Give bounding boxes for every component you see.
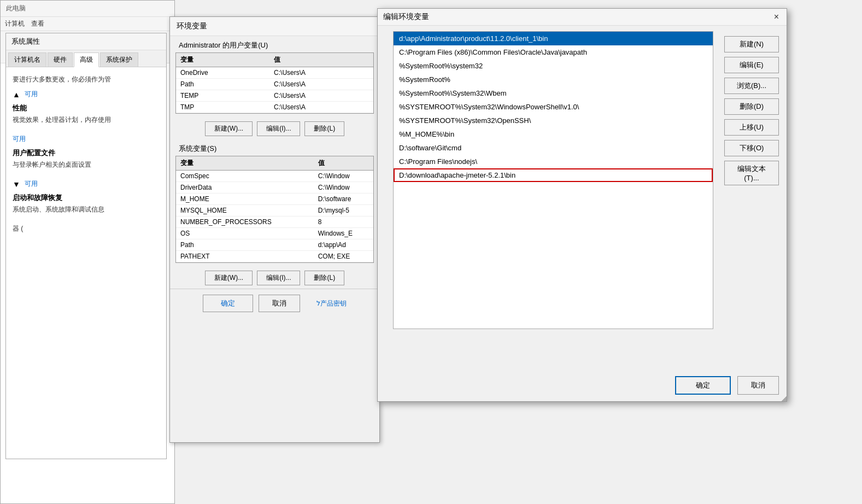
sys-vars-buttons: 新建(W)... 编辑(I)... 删除(L) (170, 267, 379, 289)
edit-env-dialog: 编辑环境变量 × d:\app\Administrator\product\11… (377, 8, 787, 402)
view-menu[interactable]: 查看 (31, 19, 44, 28)
edit-env-list[interactable]: d:\app\Administrator\product\11.2.0\clie… (393, 31, 713, 329)
sys-var-val: C:\Window (314, 182, 373, 194)
edit-env-bottom-buttons: 确定 取消 (378, 370, 787, 401)
move-down-btn[interactable]: 下移(O) (724, 140, 779, 156)
sys-var-val: D:\mysql-5 (314, 205, 373, 216)
sys-vars-table-container: 变量 值 ComSpecC:\WindowDriverDataC:\Window… (175, 156, 374, 263)
sys-delete-btn[interactable]: 删除(L) (304, 271, 344, 285)
path-entry[interactable]: C:\Program Files\nodejs\ (394, 155, 713, 168)
perf-section: 性能 视觉效果，处理器计划，内存使用 (13, 103, 160, 125)
user-delete-btn[interactable]: 删除(L) (304, 121, 344, 136)
user-var-name: TMP (176, 102, 269, 113)
env-ok-btn[interactable]: 确定 (203, 295, 253, 312)
user-vars-table: 变量 值 OneDriveC:\Users\APathC:\Users\ATEM… (176, 53, 373, 113)
sys-var-row[interactable]: Pathd:\app\Ad (176, 239, 373, 251)
path-entry[interactable]: %SYSTEMROOT%\System32\WindowsPowerShell\… (394, 100, 713, 114)
user-var-row[interactable]: PathC:\Users\A (176, 79, 373, 90)
sys-var-row[interactable]: ComSpecC:\Window (176, 171, 373, 182)
path-entry[interactable]: %SystemRoot%\System32\Wbem (394, 86, 713, 100)
env-cancel-btn[interactable]: 取消 (259, 295, 300, 312)
edit-env-titlebar: 编辑环境变量 × (378, 9, 787, 26)
sys-vars-col-val: 值 (314, 156, 373, 171)
path-entry[interactable]: %SystemRoot%\system32 (394, 59, 713, 73)
move-up-btn[interactable]: 上移(U) (724, 119, 779, 136)
user-vars-table-container: 变量 值 OneDriveC:\Users\APathC:\Users\ATEM… (175, 52, 374, 114)
sys-var-row[interactable]: DriverDataC:\Window (176, 182, 373, 194)
tab-advanced[interactable]: 高级 (74, 52, 99, 67)
path-entry[interactable]: d:\app\Administrator\product\11.2.0\clie… (394, 32, 713, 45)
sys-var-val: 8 (314, 216, 373, 228)
edit-env-cancel-btn[interactable]: 取消 (737, 376, 779, 395)
other-label: 器 ( (13, 224, 160, 233)
sys-var-val: Windows_E (314, 228, 373, 239)
computer-menu[interactable]: 计算机 (5, 19, 25, 28)
sys-var-val: C:\Window (314, 171, 373, 182)
path-entry[interactable]: C:\Program Files (x86)\Common Files\Orac… (394, 45, 713, 59)
sys-new-btn[interactable]: 新建(W)... (205, 271, 253, 285)
sys-var-val: d:\app\Ad (314, 239, 373, 251)
edit-env-ok-btn[interactable]: 确定 (675, 376, 731, 395)
can-use-1: 可用 (25, 90, 38, 99)
sys-var-name: M_HOME (176, 194, 314, 205)
edit-env-right-buttons: 新建(N) 编辑(E) 浏览(B)... 删除(D) 上移(U) 下移(O) 编… (724, 36, 779, 185)
user-var-val: C:\Users\A (269, 90, 373, 102)
user-vars-col-var: 变量 (176, 53, 269, 67)
edit-env-close-btn[interactable]: × (772, 12, 781, 22)
sys-var-row[interactable]: M_HOMED:\software (176, 194, 373, 205)
sys-var-row[interactable]: NUMBER_OF_PROCESSORS8 (176, 216, 373, 228)
sys-var-row[interactable]: MYSQL_HOMED:\mysql-5 (176, 205, 373, 216)
sys-var-name: DriverData (176, 182, 314, 194)
sys-var-row[interactable]: OSWindows_E (176, 228, 373, 239)
startup-desc: 系统启动、系统故障和调试信息 (13, 205, 160, 214)
sys-var-name: OS (176, 228, 314, 239)
delete-btn[interactable]: 删除(D) (724, 98, 779, 115)
sys-var-name: NUMBER_OF_PROCESSORS (176, 216, 314, 228)
path-entry[interactable]: D:\download\apache-jmeter-5.2.1\bin (394, 168, 713, 182)
user-var-name: TEMP (176, 90, 269, 102)
sys-props-title: 系统属性 (6, 33, 166, 50)
user-var-name: Path (176, 79, 269, 90)
tab-hardware[interactable]: 硬件 (48, 52, 73, 67)
admin-warning: 要进行大多数更改，你必须作为管 (13, 75, 160, 84)
env-dialog-title: 环境变量 (170, 17, 379, 36)
perf-desc: 视觉效果，处理器计划，内存使用 (13, 115, 160, 125)
path-entry[interactable]: D:\software\Git\cmd (394, 141, 713, 155)
path-entry[interactable]: %SystemRoot% (394, 73, 713, 86)
user-edit-btn[interactable]: 编辑(I)... (257, 121, 300, 136)
user-profile-title: 用户配置文件 (13, 148, 160, 158)
up-arrow-icon[interactable]: ▲ (13, 90, 20, 99)
path-entry[interactable]: %M_HOME%\bin (394, 127, 713, 141)
path-entry[interactable]: %SYSTEMROOT%\System32\OpenSSH\ (394, 114, 713, 127)
sys-var-name: MYSQL_HOME (176, 205, 314, 216)
this-pc-toolbar: 计算机 查看 (1, 17, 174, 31)
sys-edit-btn[interactable]: 编辑(I)... (257, 271, 300, 285)
can-use-2: 可用 (13, 134, 26, 144)
sys-var-val: COM; EXE (314, 251, 373, 262)
user-var-row[interactable]: OneDriveC:\Users\A (176, 67, 373, 79)
down-arrow-icon[interactable]: ▼ (13, 180, 20, 189)
sys-vars-table: 变量 值 ComSpecC:\WindowDriverDataC:\Window… (176, 156, 373, 262)
edit-text-btn[interactable]: 编辑文本(T)... (724, 161, 779, 185)
user-var-row[interactable]: TMPC:\Users\A (176, 102, 373, 113)
this-pc-title: 此电脑 (6, 4, 26, 12)
edit-btn[interactable]: 编辑(E) (724, 57, 779, 73)
sys-var-row[interactable]: PATHEXTCOM; EXE (176, 251, 373, 262)
env-vars-dialog: 环境变量 Administrator 的用户变量(U) 变量 值 OneDriv… (169, 16, 380, 443)
perf-title: 性能 (13, 103, 160, 113)
product-key-label: ל产品密钥 (316, 299, 347, 312)
user-profile-section: 用户配置文件 与登录帐户相关的桌面设置 (13, 148, 160, 169)
user-new-btn[interactable]: 新建(W)... (205, 121, 253, 136)
tab-computer-name[interactable]: 计算机名 (8, 52, 46, 67)
sys-var-name: ComSpec (176, 171, 314, 182)
resize-handle[interactable] (780, 395, 787, 401)
edit-env-title: 编辑环境变量 (383, 12, 429, 22)
user-vars-col-val: 值 (269, 53, 373, 67)
tab-sys-protect[interactable]: 系统保护 (100, 52, 138, 67)
sys-vars-col-var: 变量 (176, 156, 314, 171)
user-var-row[interactable]: TEMPC:\Users\A (176, 90, 373, 102)
browse-btn[interactable]: 浏览(B)... (724, 78, 779, 94)
sys-vars-header: 系统变量(S) (170, 139, 379, 156)
user-profile-desc: 与登录帐户相关的桌面设置 (13, 160, 160, 169)
new-btn[interactable]: 新建(N) (724, 36, 779, 52)
